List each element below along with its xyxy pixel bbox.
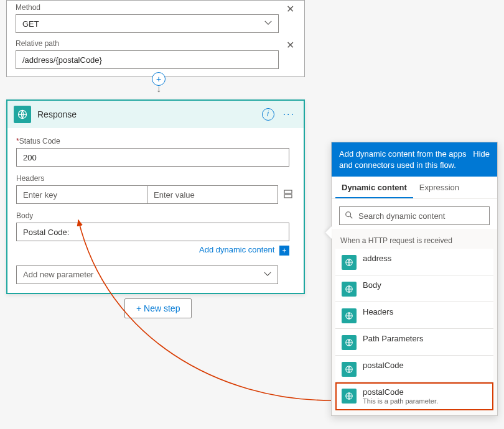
dynamic-item-body: postalCode — [363, 361, 487, 370]
arrow-down-icon: ↓ — [149, 86, 168, 92]
body-field: Body Add dynamic content + — [16, 211, 295, 256]
dynamic-item[interactable]: Path Parameters — [335, 329, 493, 356]
dynamic-item-body: Body — [363, 280, 487, 290]
method-select[interactable] — [16, 14, 279, 33]
relative-path-field: ✕ Relative path — [16, 39, 296, 69]
body-label: Body — [16, 211, 295, 220]
dynamic-item-label: Headers — [363, 307, 487, 316]
status-code-label: *Status Code — [16, 137, 295, 145]
headers-row — [16, 185, 278, 204]
dynamic-item[interactable]: Headers — [335, 302, 493, 329]
dynamic-group-title: When a HTTP request is received — [332, 229, 497, 249]
dynamic-item[interactable]: address — [335, 249, 493, 275]
response-card: Response i ··· *Status Code Headers — [6, 99, 305, 294]
path-label: Relative path — [16, 39, 296, 48]
svg-point-3 — [346, 211, 351, 216]
method-label: Method — [16, 3, 296, 12]
response-icon — [14, 106, 31, 123]
dynamic-item-label: address — [363, 254, 487, 263]
add-parameter-select[interactable] — [16, 265, 278, 284]
dynamic-item-label: postalCode — [363, 387, 487, 397]
panel-callout-arrow — [325, 226, 332, 239]
dynamic-item-body: Path Parameters — [363, 334, 487, 343]
dynamic-search[interactable] — [339, 206, 490, 225]
search-icon — [345, 211, 353, 221]
svg-rect-2 — [284, 195, 292, 198]
dynamic-item-label: Path Parameters — [363, 334, 487, 343]
dynamic-item-label: postalCode — [363, 361, 487, 370]
dynamic-item-label: Body — [363, 280, 487, 290]
add-step-connector: + ↓ — [149, 72, 168, 92]
status-code-input[interactable] — [16, 148, 289, 167]
svg-rect-1 — [284, 190, 292, 193]
info-icon[interactable]: i — [262, 108, 274, 121]
globe-icon — [342, 255, 357, 270]
globe-icon — [342, 335, 357, 350]
dynamic-search-input[interactable] — [358, 211, 484, 221]
response-title: Response — [37, 109, 256, 119]
body-input[interactable] — [16, 223, 289, 241]
dynamic-content-panel: Add dynamic content from the apps and co… — [331, 142, 498, 416]
path-remove-icon[interactable]: ✕ — [285, 39, 296, 52]
tab-expression[interactable]: Expression — [413, 177, 465, 198]
dynamic-item-body: postalCodeThis is a path parameter. — [363, 387, 487, 405]
hide-panel-button[interactable]: Hide — [473, 149, 490, 160]
dynamic-tabs: Dynamic content Expression — [332, 177, 497, 199]
dynamic-item-sub: This is a path parameter. — [363, 397, 487, 405]
dynamic-item-body: address — [363, 254, 487, 263]
method-value[interactable] — [16, 14, 279, 33]
tab-dynamic-content[interactable]: Dynamic content — [335, 177, 413, 198]
new-step-button[interactable]: + New step — [124, 298, 192, 318]
dynamic-panel-header: Add dynamic content from the apps and co… — [332, 142, 497, 177]
switch-mode-icon[interactable] — [283, 189, 293, 201]
response-card-header[interactable]: Response i ··· — [7, 101, 304, 128]
path-input[interactable] — [16, 50, 279, 69]
headers-label: Headers — [16, 174, 295, 183]
add-dynamic-plus-icon[interactable]: + — [279, 246, 289, 256]
globe-icon — [342, 282, 357, 297]
method-field: ✕ Method — [16, 3, 296, 33]
globe-icon — [342, 362, 357, 377]
header-key-input[interactable] — [16, 185, 147, 204]
response-card-body: *Status Code Headers Body — [7, 128, 304, 293]
header-value-input[interactable] — [147, 185, 278, 204]
more-icon[interactable]: ··· — [281, 109, 297, 120]
headers-field: Headers — [16, 174, 295, 204]
dynamic-item[interactable]: Body — [335, 275, 493, 302]
globe-icon — [342, 389, 357, 404]
method-remove-icon[interactable]: ✕ — [285, 3, 296, 16]
dynamic-item[interactable]: postalCode — [335, 356, 493, 382]
dynamic-item-body: Headers — [363, 307, 487, 316]
add-dynamic-link[interactable]: Add dynamic content — [199, 245, 274, 254]
dynamic-item-list[interactable]: When a HTTP request is received addressB… — [332, 229, 497, 415]
dynamic-header-text: Add dynamic content from the apps and co… — [339, 149, 468, 170]
add-parameter-input[interactable] — [16, 265, 278, 284]
globe-icon — [342, 308, 357, 323]
status-code-field: *Status Code — [16, 137, 295, 167]
dynamic-item[interactable]: postalCodeThis is a path parameter. — [335, 382, 493, 410]
add-dynamic-row: Add dynamic content + — [16, 245, 289, 256]
trigger-card: ✕ Method ✕ Relative path — [6, 0, 305, 77]
flow-canvas: ✕ Method ✕ Relative path + ↓ — [0, 0, 504, 429]
